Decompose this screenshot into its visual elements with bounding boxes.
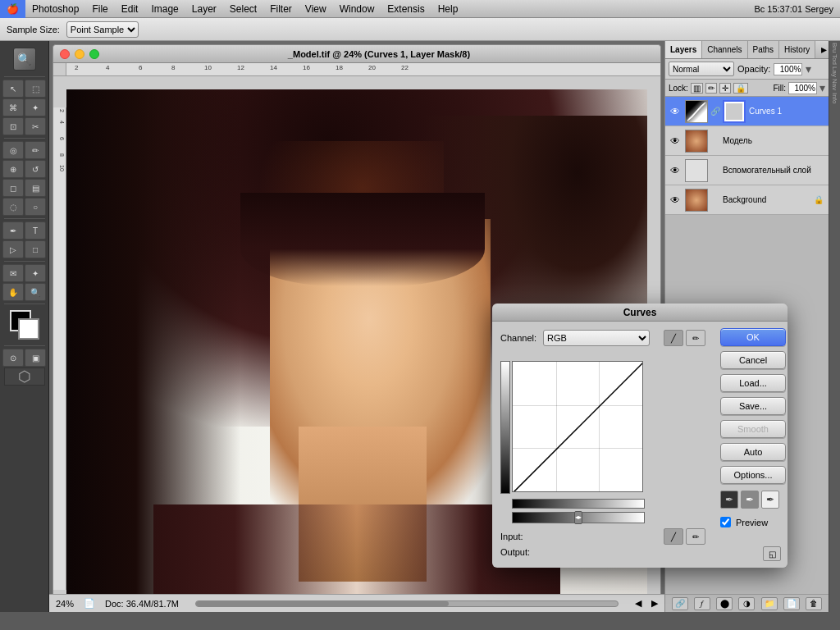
slider-row[interactable]: ◂▸ (512, 512, 645, 523)
menu-view[interactable]: View (299, 0, 333, 18)
dock-tool-opts[interactable]: Tod (831, 54, 838, 65)
screen-mode-tool[interactable]: ▣ (25, 349, 46, 367)
hand-tool[interactable]: ✋ (2, 283, 24, 301)
add-mask-btn[interactable]: ⬤ (716, 597, 733, 610)
menu-file[interactable]: File (85, 0, 114, 18)
layer-item-background[interactable]: 👁 Background 🔒 (665, 185, 829, 215)
layer-visibility-model[interactable]: 👁 (669, 135, 682, 148)
gray-point-eyedropper[interactable]: ✒ (741, 491, 759, 509)
new-group-btn[interactable]: 📁 (761, 597, 778, 610)
dodge-tool[interactable]: ○ (25, 198, 46, 216)
menu-filter[interactable]: Filter (263, 0, 299, 18)
notes-tool[interactable]: ✉ (2, 264, 24, 282)
add-style-btn[interactable]: 𝑓 (694, 597, 710, 610)
eyedropper-tool[interactable]: 🔍 (13, 48, 36, 71)
add-adjustment-btn[interactable]: ◑ (738, 597, 755, 610)
heal-tool[interactable]: ◎ (2, 141, 24, 159)
nav-next[interactable]: ▶ (651, 598, 658, 609)
menu-help[interactable]: Help (431, 0, 465, 18)
blur-tool[interactable]: ◌ (2, 198, 24, 216)
quick-mask-tool[interactable]: ⊙ (2, 349, 24, 367)
background-color[interactable] (18, 318, 39, 340)
menu-select[interactable]: Select (223, 0, 263, 18)
nav-prev[interactable]: ◀ (635, 598, 641, 609)
pencil-input-btn[interactable]: ✏ (686, 528, 705, 545)
slider-handle[interactable]: ◂▸ (574, 511, 582, 524)
curve-tool-btn[interactable]: ╱ (664, 330, 683, 346)
lock-paint-icon[interactable]: ✏ (705, 83, 717, 94)
lock-position-icon[interactable]: ✛ (719, 83, 731, 94)
sample-size-select[interactable]: Point Sample (66, 21, 139, 38)
menu-photoshop[interactable]: Photoshop (25, 0, 85, 18)
fill-input[interactable] (788, 82, 817, 94)
tab-channels[interactable]: Channels (702, 41, 747, 58)
layer-visibility-bg[interactable]: 👁 (669, 194, 682, 207)
tab-paths[interactable]: Paths (748, 41, 780, 58)
compact-view-btn[interactable]: ◱ (763, 546, 781, 561)
opacity-input[interactable]: 100% (774, 63, 802, 75)
layer-item-curves1[interactable]: 👁 🔗 Curves 1 (665, 97, 829, 126)
history-brush-tool[interactable]: ↺ (25, 160, 46, 178)
fill-arrow[interactable]: ▾ (819, 81, 825, 94)
gradient-tool[interactable]: ▤ (25, 179, 46, 197)
cancel-button[interactable]: Cancel (720, 351, 786, 369)
lock-all-icon[interactable]: 🔒 (733, 83, 748, 94)
pencil-tool-btn[interactable]: ✏ (686, 330, 705, 346)
slice-tool[interactable]: ✂ (25, 117, 46, 135)
tab-layers[interactable]: Layers (665, 41, 702, 58)
pen-tool[interactable]: ✒ (2, 221, 24, 240)
jump-to-imageready[interactable]: ⬡ (4, 368, 45, 386)
blend-mode-select[interactable]: Normal (669, 62, 734, 76)
layer-item-aux[interactable]: 👁 Вспомогательный слой (665, 156, 829, 185)
dock-layers2[interactable]: Lay (831, 66, 838, 77)
save-button[interactable]: Save... (720, 397, 786, 415)
minimize-button[interactable] (75, 49, 84, 59)
white-point-eyedropper[interactable]: ✒ (761, 491, 779, 509)
menu-layer[interactable]: Layer (185, 0, 223, 18)
maximize-button[interactable] (89, 49, 99, 59)
path-select-tool[interactable]: ▷ (2, 240, 24, 258)
layer-visibility-aux[interactable]: 👁 (669, 164, 682, 177)
channel-select[interactable]: RGB Red Green Blue (543, 330, 650, 346)
curve-container[interactable] (512, 361, 643, 492)
load-button[interactable]: Load... (720, 374, 786, 392)
move-tool[interactable]: ↖ (2, 80, 24, 98)
link-layers-btn[interactable]: 🔗 (672, 597, 688, 610)
lasso-tool[interactable]: ⌘ (2, 98, 24, 116)
clone-stamp-tool[interactable]: ⊕ (2, 160, 24, 178)
curve-input-btn[interactable]: ╱ (664, 528, 683, 545)
ok-button[interactable]: OK (720, 328, 786, 346)
black-point-eyedropper[interactable]: ✒ (720, 491, 738, 509)
brush-tool[interactable]: ✏ (25, 141, 46, 159)
new-layer-btn[interactable]: 📄 (783, 597, 800, 610)
layer-item-model[interactable]: 👁 Модель (665, 126, 829, 156)
lock-transparency-icon[interactable]: ▥ (691, 83, 703, 94)
delete-layer-btn[interactable]: 🗑 (806, 597, 822, 610)
smooth-button[interactable]: Smooth (720, 420, 786, 438)
menu-extensis[interactable]: Extensis (381, 0, 431, 18)
panel-menu-btn[interactable]: ▸ (819, 41, 829, 58)
menu-edit[interactable]: Edit (115, 0, 145, 18)
eyedropper-tool2[interactable]: ✦ (25, 264, 46, 282)
auto-button[interactable]: Auto (720, 443, 786, 461)
apple-menu[interactable]: 🍎 (0, 0, 25, 18)
preview-checkbox[interactable] (720, 517, 731, 527)
dock-brushes[interactable]: Bru (831, 43, 838, 52)
layer-visibility-curves1[interactable]: 👁 (669, 105, 682, 118)
opacity-arrow[interactable]: ▾ (806, 62, 811, 75)
menu-image[interactable]: Image (144, 0, 185, 18)
eraser-tool[interactable]: ◻ (2, 179, 24, 197)
dock-info[interactable]: Info (831, 93, 838, 103)
zoom-tool[interactable]: 🔍 (25, 283, 46, 301)
tab-history[interactable]: History (779, 41, 815, 58)
select-tool[interactable]: ⬚ (25, 80, 46, 98)
type-tool[interactable]: T (25, 221, 46, 240)
close-button[interactable] (60, 49, 70, 59)
crop-tool[interactable]: ⊡ (2, 117, 24, 135)
magic-wand-tool[interactable]: ✦ (25, 98, 46, 116)
dock-nav[interactable]: Nav (831, 79, 838, 90)
curve-area[interactable] (500, 353, 656, 509)
shape-tool[interactable]: □ (25, 240, 46, 258)
menu-window[interactable]: Window (333, 0, 381, 18)
options-button[interactable]: Options... (720, 466, 786, 484)
